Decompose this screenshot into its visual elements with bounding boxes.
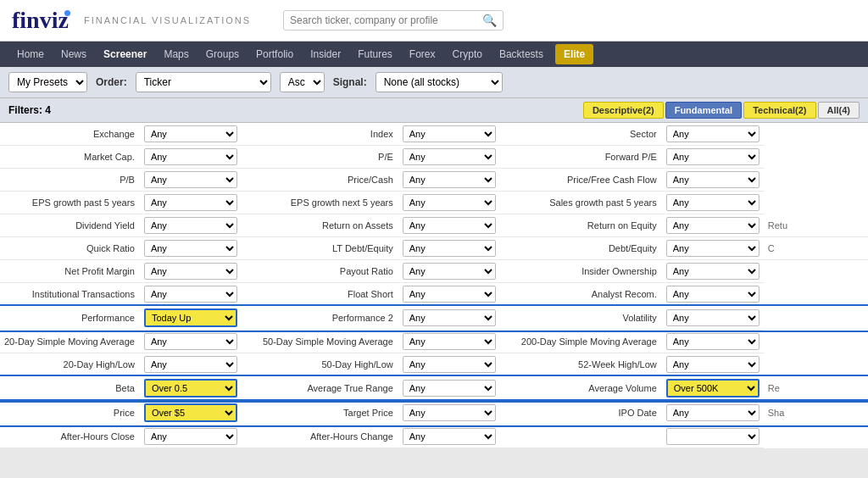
filter-select[interactable]: Any [403,148,496,165]
spacer [500,353,517,376]
filters-area: ExchangeAnyIndexAnySectorAnyMarket Cap.A… [0,123,868,448]
search-input[interactable] [290,14,482,26]
filter-select[interactable]: Any [403,380,496,397]
top-header: finviz FINANCIAL VISUALIZATIONS 🔍 [0,0,868,42]
filter-label: P/E [259,146,398,169]
filter-select[interactable]: Any [666,286,760,303]
order-label: Order: [96,76,127,88]
filter-select[interactable]: Any [144,194,237,211]
tab-technical[interactable]: Technical(2) [743,102,815,119]
tab-fundamental[interactable]: Fundamental [665,102,742,119]
signal-label: Signal: [333,76,367,88]
filter-select[interactable]: Any [403,428,496,445]
filter-label: Quick Ratio [0,237,140,260]
filter-label: Institutional Transactions [0,283,140,306]
filter-select[interactable]: Any [403,309,496,326]
filter-select[interactable]: Any [403,240,496,257]
filter-select[interactable]: Any [403,125,496,142]
spacer [242,214,259,237]
spacer [242,237,259,260]
filter-label: 52-Week High/Low [517,353,662,376]
filter-label: Performance 2 [259,306,398,331]
filter-label: IPO Date [517,401,662,425]
filter-label: 200-Day Simple Moving Average [517,331,662,353]
nav-insider[interactable]: Insider [302,42,349,67]
order-select[interactable]: Ticker [136,72,271,92]
filter-label: EPS growth past 5 years [0,192,140,214]
filter-select[interactable]: Any [144,263,237,280]
filter-select[interactable]: Any [403,404,496,421]
filter-select[interactable]: Any [144,240,237,257]
filter-select[interactable]: Any [144,148,237,165]
nav-futures[interactable]: Futures [349,42,401,67]
filter-select-cell: Any [662,353,764,376]
filter-select[interactable]: Over 500K [666,379,760,397]
filter-select[interactable]: Any [403,263,496,280]
filter-select[interactable] [666,428,760,445]
filter-select[interactable]: Any [403,171,496,188]
tab-descriptive[interactable]: Descriptive(2) [583,102,664,119]
asc-select[interactable]: Asc [280,72,325,92]
filter-select[interactable]: Any [666,356,760,373]
nav-home[interactable]: Home [8,42,53,67]
filter-select[interactable]: Any [403,194,496,211]
nav-crypto[interactable]: Crypto [444,42,491,67]
nav-screener[interactable]: Screener [95,42,155,67]
spacer [242,192,259,214]
filter-select[interactable]: Any [403,217,496,234]
spacer [242,146,259,169]
filter-select[interactable]: Any [666,171,760,188]
filter-select-cell: Any [140,425,242,448]
filter-select[interactable]: Any [403,356,496,373]
filter-select[interactable]: Any [144,217,237,234]
nav-maps[interactable]: Maps [155,42,197,67]
filter-select[interactable]: Any [144,286,237,303]
filter-select[interactable]: Any [666,263,760,280]
clipped-extra: Re [764,376,868,401]
filter-select[interactable]: Any [666,194,760,211]
filter-select[interactable]: Any [666,125,760,142]
nav-groups[interactable]: Groups [198,42,248,67]
filter-row-10: 20-Day High/LowAny50-Day High/LowAny52-W… [0,353,868,376]
filter-select-cell: Any [662,123,764,146]
filter-select[interactable]: Any [666,333,760,350]
filter-label: Dividend Yield [0,214,140,237]
filter-select[interactable]: Any [403,333,496,350]
filter-select[interactable]: Over 0.5 [144,379,237,397]
filter-label: 20-Day High/Low [0,353,140,376]
spacer [242,376,259,401]
signal-select[interactable]: None (all stocks) [376,72,503,92]
search-icon[interactable]: 🔍 [482,14,497,27]
filter-select[interactable]: Any [144,171,237,188]
filter-select[interactable]: Any [666,217,760,234]
spacer [242,283,259,306]
filter-select-cell: Any [662,237,764,260]
nav-backtests[interactable]: Backtests [491,42,552,67]
filter-select-cell: Any [140,214,242,237]
filter-row-13: After-Hours CloseAnyAfter-Hours ChangeAn… [0,425,868,448]
filter-select[interactable]: Any [144,125,237,142]
filter-select-cell: Any [140,237,242,260]
tab-all[interactable]: All(4) [818,102,860,119]
filter-select[interactable]: Any [144,428,237,445]
filter-label: EPS growth next 5 years [259,192,398,214]
filter-select[interactable]: Any [666,148,760,165]
filter-select[interactable]: Any [666,309,760,326]
nav-forex[interactable]: Forex [401,42,444,67]
filter-select[interactable]: Today Up [144,308,237,327]
filter-select[interactable]: Any [144,333,237,350]
filter-select[interactable]: Any [144,356,237,373]
nav-news[interactable]: News [53,42,95,67]
nav-portfolio[interactable]: Portfolio [248,42,302,67]
filter-select[interactable]: Over $5 [144,403,237,422]
filter-label: Performance [0,306,140,331]
nav-elite[interactable]: Elite [555,44,593,64]
filter-select-cell: Any [662,283,764,306]
filter-select[interactable]: Any [666,240,760,257]
presets-select[interactable]: My Presets [8,72,87,92]
filter-select-cell: Any [662,146,764,169]
filter-select[interactable]: Any [666,404,760,421]
filter-select[interactable]: Any [403,286,496,303]
spacer [500,146,517,169]
filter-select-cell: Any [140,353,242,376]
